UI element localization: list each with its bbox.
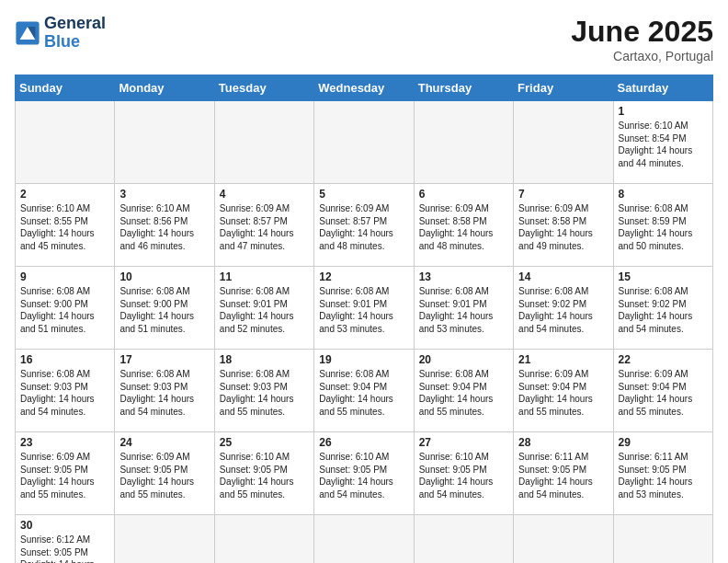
day-number: 7 <box>518 188 608 201</box>
weekday-header: Friday <box>514 75 613 101</box>
calendar-cell: 12Sunrise: 6:08 AMSunset: 9:01 PMDayligh… <box>314 267 414 350</box>
day-number: 30 <box>20 519 109 532</box>
calendar-cell: 23Sunrise: 6:09 AMSunset: 9:05 PMDayligh… <box>16 432 115 515</box>
cell-info: Sunrise: 6:08 AMSunset: 9:04 PMDaylight:… <box>319 368 408 418</box>
day-number: 5 <box>319 188 408 201</box>
cell-info: Sunrise: 6:10 AMSunset: 9:05 PMDaylight:… <box>220 451 309 500</box>
logo-icon <box>15 20 40 46</box>
day-number: 3 <box>119 188 209 201</box>
calendar-cell: 30Sunrise: 6:12 AMSunset: 9:05 PMDayligh… <box>16 515 115 564</box>
day-number: 17 <box>119 353 209 366</box>
calendar-cell <box>115 101 214 184</box>
calendar-table: SundayMondayTuesdayWednesdayThursdayFrid… <box>15 75 713 563</box>
day-number: 12 <box>319 270 408 283</box>
calendar-cell: 10Sunrise: 6:08 AMSunset: 9:00 PMDayligh… <box>115 267 214 350</box>
day-number: 27 <box>419 436 508 449</box>
calendar-cell: 24Sunrise: 6:09 AMSunset: 9:05 PMDayligh… <box>115 432 214 515</box>
calendar-cell: 11Sunrise: 6:08 AMSunset: 9:01 PMDayligh… <box>214 267 313 350</box>
calendar-week-row: 16Sunrise: 6:08 AMSunset: 9:03 PMDayligh… <box>16 350 713 432</box>
calendar-cell: 9Sunrise: 6:08 AMSunset: 9:00 PMDaylight… <box>16 267 115 350</box>
cell-info: Sunrise: 6:10 AMSunset: 9:05 PMDaylight:… <box>419 451 508 500</box>
cell-info: Sunrise: 6:09 AMSunset: 8:58 PMDaylight:… <box>419 202 508 252</box>
calendar-cell: 5Sunrise: 6:09 AMSunset: 8:57 PMDaylight… <box>314 184 414 267</box>
logo-text: GeneralBlue <box>44 15 106 52</box>
weekday-header: Sunday <box>16 75 115 101</box>
logo: GeneralBlue <box>15 15 106 52</box>
calendar-cell: 18Sunrise: 6:08 AMSunset: 9:03 PMDayligh… <box>214 350 313 432</box>
location: Cartaxo, Portugal <box>571 49 713 63</box>
day-number: 23 <box>20 436 109 449</box>
day-number: 25 <box>220 436 309 449</box>
calendar-cell: 22Sunrise: 6:09 AMSunset: 9:04 PMDayligh… <box>613 350 712 432</box>
calendar-week-row: 30Sunrise: 6:12 AMSunset: 9:05 PMDayligh… <box>16 515 713 564</box>
day-number: 22 <box>619 353 708 366</box>
cell-info: Sunrise: 6:12 AMSunset: 9:05 PMDaylight:… <box>20 534 109 563</box>
cell-info: Sunrise: 6:08 AMSunset: 9:03 PMDaylight:… <box>220 368 309 418</box>
calendar-cell: 14Sunrise: 6:08 AMSunset: 9:02 PMDayligh… <box>514 267 613 350</box>
calendar-cell <box>414 515 513 564</box>
day-number: 6 <box>419 188 508 201</box>
calendar-cell: 4Sunrise: 6:09 AMSunset: 8:57 PMDaylight… <box>214 184 313 267</box>
weekday-header: Wednesday <box>314 75 414 101</box>
calendar-cell <box>214 515 313 564</box>
cell-info: Sunrise: 6:08 AMSunset: 8:59 PMDaylight:… <box>619 202 708 252</box>
calendar-cell: 15Sunrise: 6:08 AMSunset: 9:02 PMDayligh… <box>613 267 712 350</box>
cell-info: Sunrise: 6:08 AMSunset: 9:01 PMDaylight:… <box>419 285 508 335</box>
weekday-header: Monday <box>115 75 214 101</box>
calendar-cell <box>214 101 313 184</box>
calendar-cell <box>314 515 414 564</box>
cell-info: Sunrise: 6:08 AMSunset: 9:02 PMDaylight:… <box>619 285 708 335</box>
calendar-cell: 13Sunrise: 6:08 AMSunset: 9:01 PMDayligh… <box>414 267 513 350</box>
cell-info: Sunrise: 6:11 AMSunset: 9:05 PMDaylight:… <box>518 451 608 500</box>
calendar-cell: 2Sunrise: 6:10 AMSunset: 8:55 PMDaylight… <box>16 184 115 267</box>
calendar-cell <box>16 101 115 184</box>
calendar-cell <box>115 515 214 564</box>
calendar-cell: 6Sunrise: 6:09 AMSunset: 8:58 PMDaylight… <box>414 184 513 267</box>
calendar-cell: 17Sunrise: 6:08 AMSunset: 9:03 PMDayligh… <box>115 350 214 432</box>
day-number: 14 <box>518 270 608 283</box>
calendar-cell <box>514 101 613 184</box>
calendar-cell: 7Sunrise: 6:09 AMSunset: 8:58 PMDaylight… <box>514 184 613 267</box>
calendar-cell: 19Sunrise: 6:08 AMSunset: 9:04 PMDayligh… <box>314 350 414 432</box>
cell-info: Sunrise: 6:10 AMSunset: 8:56 PMDaylight:… <box>119 202 209 252</box>
day-number: 18 <box>220 353 309 366</box>
title-block: June 2025 Cartaxo, Portugal <box>571 15 713 63</box>
day-number: 16 <box>20 353 109 366</box>
cell-info: Sunrise: 6:10 AMSunset: 8:54 PMDaylight:… <box>619 120 708 169</box>
day-number: 15 <box>619 270 708 283</box>
cell-info: Sunrise: 6:08 AMSunset: 9:02 PMDaylight:… <box>518 285 608 335</box>
page-header: GeneralBlue June 2025 Cartaxo, Portugal <box>15 15 713 63</box>
calendar-cell: 3Sunrise: 6:10 AMSunset: 8:56 PMDaylight… <box>115 184 214 267</box>
cell-info: Sunrise: 6:11 AMSunset: 9:05 PMDaylight:… <box>619 451 708 500</box>
day-number: 9 <box>20 270 109 283</box>
day-number: 26 <box>319 436 408 449</box>
day-number: 21 <box>518 353 608 366</box>
day-number: 11 <box>220 270 309 283</box>
cell-info: Sunrise: 6:08 AMSunset: 9:03 PMDaylight:… <box>119 368 209 418</box>
day-number: 19 <box>319 353 408 366</box>
calendar-cell: 27Sunrise: 6:10 AMSunset: 9:05 PMDayligh… <box>414 432 513 515</box>
calendar-cell: 21Sunrise: 6:09 AMSunset: 9:04 PMDayligh… <box>514 350 613 432</box>
weekday-header: Tuesday <box>214 75 313 101</box>
calendar-cell: 25Sunrise: 6:10 AMSunset: 9:05 PMDayligh… <box>214 432 313 515</box>
calendar-cell: 1Sunrise: 6:10 AMSunset: 8:54 PMDaylight… <box>613 101 712 184</box>
calendar-week-row: 23Sunrise: 6:09 AMSunset: 9:05 PMDayligh… <box>16 432 713 515</box>
cell-info: Sunrise: 6:09 AMSunset: 9:04 PMDaylight:… <box>619 368 708 418</box>
weekday-header: Thursday <box>414 75 513 101</box>
day-number: 28 <box>518 436 608 449</box>
cell-info: Sunrise: 6:09 AMSunset: 8:57 PMDaylight:… <box>220 202 309 252</box>
calendar-cell <box>414 101 513 184</box>
cell-info: Sunrise: 6:08 AMSunset: 9:01 PMDaylight:… <box>319 285 408 335</box>
day-number: 1 <box>619 105 708 118</box>
cell-info: Sunrise: 6:10 AMSunset: 9:05 PMDaylight:… <box>319 451 408 500</box>
cell-info: Sunrise: 6:10 AMSunset: 8:55 PMDaylight:… <box>20 202 109 252</box>
day-number: 2 <box>20 188 109 201</box>
calendar-cell: 16Sunrise: 6:08 AMSunset: 9:03 PMDayligh… <box>16 350 115 432</box>
calendar-cell <box>613 515 712 564</box>
cell-info: Sunrise: 6:08 AMSunset: 9:04 PMDaylight:… <box>419 368 508 418</box>
weekday-header-row: SundayMondayTuesdayWednesdayThursdayFrid… <box>16 75 713 101</box>
day-number: 4 <box>220 188 309 201</box>
cell-info: Sunrise: 6:08 AMSunset: 9:00 PMDaylight:… <box>20 285 109 335</box>
calendar-cell: 29Sunrise: 6:11 AMSunset: 9:05 PMDayligh… <box>613 432 712 515</box>
cell-info: Sunrise: 6:08 AMSunset: 9:00 PMDaylight:… <box>119 285 209 335</box>
